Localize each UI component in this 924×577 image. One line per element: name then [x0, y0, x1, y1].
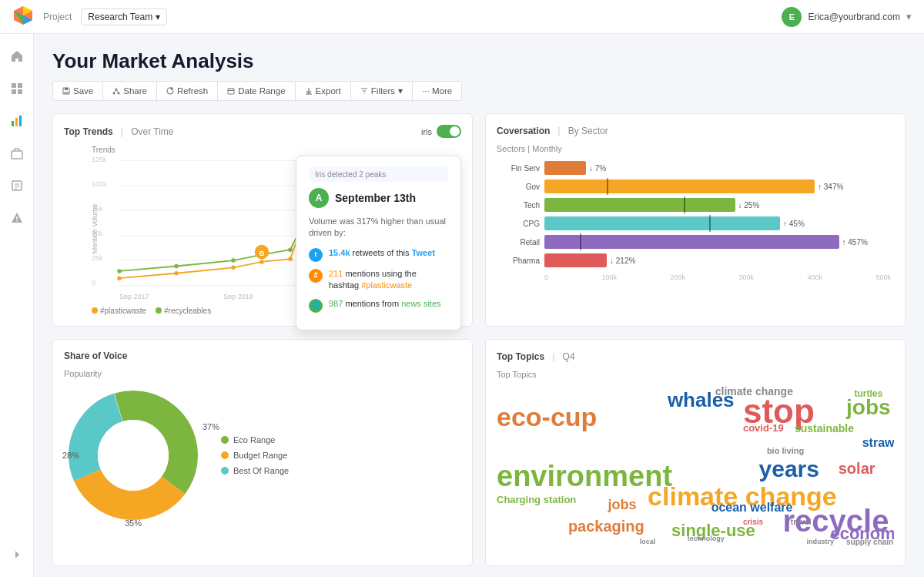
best-of-range-label: Best Of Range	[233, 466, 289, 475]
sidebar-item-reports[interactable]	[4, 173, 30, 199]
bar-row-gov: Gov ↑ 347%	[500, 179, 891, 193]
svg-line-24	[116, 89, 119, 93]
word-cloud-word: crisis	[743, 518, 763, 526]
filters-button[interactable]: Filters ▾	[351, 82, 413, 100]
app-logo	[12, 5, 34, 29]
pct-35: 35%	[125, 518, 142, 528]
best-of-range-dot	[221, 467, 229, 475]
word-cloud-word: eco-cup	[497, 402, 597, 432]
top-topics-panel: Top Topics | Q4 Top Topics eco-cupwhales…	[485, 339, 906, 566]
sidebar-expand-button[interactable]	[4, 542, 30, 568]
svg-point-45	[117, 276, 122, 280]
svg-point-39	[231, 258, 236, 263]
avatar: E	[782, 7, 802, 27]
trends-subtitle: Over Time	[131, 126, 173, 137]
y-axis-label: Mention Volume	[91, 204, 99, 254]
user-chevron-icon[interactable]: ▾	[906, 11, 912, 22]
share-of-voice-panel: Share of Voice Popularity	[52, 339, 473, 566]
project-label: Project	[43, 12, 72, 22]
sidebar-item-analytics[interactable]	[4, 108, 30, 134]
svg-point-49	[288, 257, 293, 261]
toolbar: Save Share Refresh Date Range Export Fil…	[52, 81, 462, 101]
word-cloud-word: environment	[497, 460, 672, 493]
word-cloud-word: ocean welfare	[711, 501, 793, 515]
donut-chart-container: 28% 35% 37% Eco Range Budget Range	[64, 386, 461, 525]
word-cloud-word: years	[759, 456, 819, 482]
topics-header: Top Topics | Q4	[497, 351, 894, 362]
budget-range-dot	[221, 451, 229, 459]
word-cloud-word: covid-19	[743, 422, 784, 434]
sidebar-item-briefcase[interactable]	[4, 140, 30, 166]
panels-grid: Top Trends | Over Time iris Trends	[52, 113, 906, 566]
word-cloud-word: straws	[862, 436, 894, 450]
word-cloud-word: climate change	[715, 385, 793, 398]
budget-range-label: Budget Range	[233, 451, 287, 460]
tooltip-badge: A	[309, 188, 329, 208]
iris-note: Iris detected 2 peaks	[309, 167, 448, 182]
bar-x-axis: 0100k200k300k400k500k	[544, 272, 891, 281]
word-cloud-word: industry	[806, 538, 834, 545]
trend-chart: Trends 125k100k75k50k25k0 Mention Volume	[64, 146, 461, 315]
bar-row-pharma: Pharma ↓ 212%	[500, 253, 891, 267]
export-button[interactable]: Export	[296, 82, 351, 100]
conversation-header: Coversation | By Sector	[497, 125, 894, 136]
word-cloud-word: technology	[688, 535, 725, 542]
word-cloud-word: bio living	[767, 446, 804, 455]
sidebar-item-grid[interactable]	[4, 75, 30, 102]
legend-recycleables: #recycleables	[156, 307, 211, 315]
bar-row-finserv: Fin Serv ↓ 7%	[500, 161, 891, 175]
svg-rect-8	[12, 121, 14, 126]
svg-rect-11	[12, 151, 22, 159]
top-topics-label: Top Topics	[497, 370, 894, 379]
main-content: Your Market Analysis Save Share Refresh …	[34, 34, 924, 577]
svg-rect-6	[12, 89, 16, 94]
word-cloud-word: solar	[839, 460, 875, 478]
save-button[interactable]: Save	[53, 82, 103, 100]
svg-point-47	[231, 266, 236, 270]
word-cloud-word: sustainable	[795, 422, 854, 434]
page-title: Your Market Analysis	[52, 49, 906, 73]
share-button[interactable]: Share	[103, 82, 157, 100]
project-selector[interactable]: Research Team ▾	[81, 8, 167, 25]
iris-toggle[interactable]: iris	[421, 125, 461, 138]
more-button[interactable]: ··· More	[413, 82, 461, 100]
eco-range-dot	[221, 436, 229, 444]
svg-point-46	[174, 271, 179, 276]
sov-subtitle: Popularity	[64, 369, 461, 378]
svg-rect-4	[12, 83, 16, 88]
legend-budget-range: Budget Range	[221, 451, 289, 460]
donut-chart: 28% 35% 37%	[64, 386, 203, 525]
conversation-title: Coversation	[497, 126, 550, 136]
svg-point-41	[288, 247, 293, 252]
bar-chart: Fin Serv ↓ 7% Gov ↑ 347%	[497, 161, 894, 281]
svg-point-48	[259, 260, 264, 264]
trend-tooltip: Iris detected 2 peaks A September 13th V…	[296, 156, 461, 330]
svg-rect-18	[65, 88, 68, 90]
chart-label: Trends	[92, 146, 461, 154]
chevron-down-icon: ▾	[156, 12, 160, 22]
sidebar-item-alerts[interactable]	[4, 205, 30, 231]
sectors-label: Sectors | Monthly	[497, 144, 894, 153]
iris-toggle-switch[interactable]	[437, 125, 461, 138]
sidebar-item-home[interactable]	[4, 43, 30, 69]
topbar: Project Research Team ▾ E Erica@yourbran…	[0, 0, 924, 34]
word-cloud-word: local	[640, 538, 656, 545]
tooltip-header: A September 13th	[309, 188, 448, 208]
topics-title: Top Topics	[497, 351, 544, 362]
svg-rect-9	[15, 118, 18, 126]
word-cloud-word: packaging	[568, 518, 644, 535]
bar-row-tech: Tech ↓ 25%	[500, 198, 891, 212]
bar-row-retail: Retail ↑ 457%	[500, 235, 891, 249]
date-range-button[interactable]: Date Range	[218, 82, 295, 100]
svg-text:B: B	[259, 250, 265, 257]
user-email: Erica@yourbrand.com	[808, 12, 900, 22]
trends-header: Top Trends | Over Time iris	[64, 125, 461, 138]
svg-point-38	[174, 264, 179, 269]
refresh-button[interactable]: Refresh	[157, 82, 218, 100]
svg-rect-19	[64, 92, 69, 94]
bar-row-cpg: CPG ↑ 45%	[500, 216, 891, 230]
sov-legend: Eco Range Budget Range Best Of Range	[221, 435, 289, 475]
legend-eco-range: Eco Range	[221, 435, 289, 444]
word-cloud-word: supply chain	[846, 538, 893, 546]
pct-28: 28%	[62, 451, 79, 460]
